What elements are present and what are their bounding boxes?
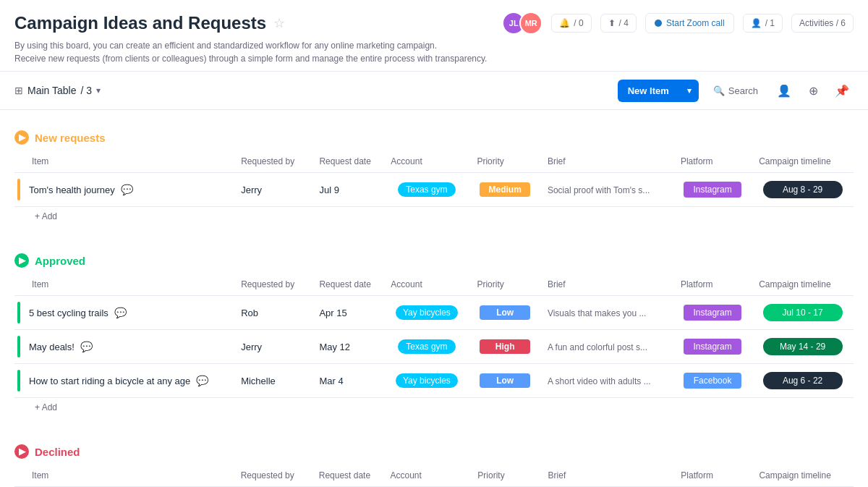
group-collapse-icon-declined[interactable]: ▶ <box>14 444 29 459</box>
cell-account[interactable]: Texas gym <box>383 330 469 364</box>
table-row[interactable]: 5 best cycling trails 💬 Rob Apr 15 Yay b… <box>14 296 854 330</box>
cell-requested-by: Jerry <box>234 173 312 207</box>
cell-platform[interactable]: Instagram <box>673 330 752 364</box>
pin-icon[interactable]: 📌 <box>830 79 854 102</box>
account-tag[interactable]: Yay bicycles <box>396 305 458 320</box>
cell-account[interactable]: Yay bicycles <box>383 364 469 398</box>
group-approved: ▶ Approved Item Requested by Request dat… <box>14 247 854 417</box>
add-row-approved[interactable]: + Add <box>14 398 854 418</box>
cell-brief: Social proof with Tom's s... <box>540 173 673 207</box>
col-header-date-dc: Request date <box>312 465 383 487</box>
zoom-dot-icon <box>655 20 662 27</box>
favorite-icon[interactable]: ☆ <box>273 15 285 31</box>
comment-icon[interactable]: 💬 <box>196 375 208 386</box>
subtitle: By using this board, you can create an e… <box>14 39 854 65</box>
activities-button[interactable]: Activities / 6 <box>791 14 854 33</box>
priority-badge[interactable]: Medium <box>480 182 530 197</box>
timeline-badge[interactable]: May 14 - 29 <box>763 338 843 355</box>
priority-badge[interactable]: Low <box>480 305 530 320</box>
table-row[interactable]: May deals! 💬 Jerry May 12 Texas gym High… <box>14 330 854 364</box>
search-icon: 🔍 <box>713 85 725 96</box>
cell-platform[interactable]: Facebook <box>673 364 752 398</box>
account-tag[interactable]: Texas gym <box>398 182 456 197</box>
invite-button[interactable]: 👤 / 1 <box>743 14 783 33</box>
updates-button[interactable]: ⬆ / 4 <box>600 14 637 33</box>
cell-platform[interactable]: Instagram <box>673 173 752 207</box>
group-header-new-requests[interactable]: ▶ New requests <box>14 124 854 151</box>
toolbar-right: New Item ▾ 🔍 Search 👤 ⊕ 📌 <box>618 79 854 102</box>
col-header-account-dc: Account <box>383 465 471 487</box>
cell-timeline[interactable]: May 14 - 29 <box>752 330 854 364</box>
col-header-platform-nr: Platform <box>673 151 752 173</box>
account-tag[interactable]: Texas gym <box>398 339 456 354</box>
cell-requested-by: Jerry <box>234 330 312 364</box>
page-header: Campaign Ideas and Requests ☆ JL MR 🔔 / … <box>0 0 868 72</box>
cell-priority[interactable]: Low <box>469 296 540 330</box>
table-declined: Item Requested by Request date Account P… <box>14 465 854 487</box>
platform-badge[interactable]: Facebook <box>684 373 741 389</box>
add-row-label[interactable]: + Add <box>14 207 854 226</box>
add-row-new-requests[interactable]: + Add <box>14 207 854 226</box>
group-header-approved[interactable]: ▶ Approved <box>14 247 854 274</box>
notifications-button[interactable]: 🔔 / 0 <box>551 14 591 33</box>
zoom-call-button[interactable]: Start Zoom call <box>645 13 734 33</box>
col-header-platform-dc: Platform <box>673 465 752 487</box>
activity-icon[interactable]: ⊕ <box>801 79 825 102</box>
comment-icon[interactable]: 💬 <box>121 184 133 195</box>
col-header-account-ap: Account <box>383 274 469 296</box>
cell-account[interactable]: Yay bicycles <box>383 296 469 330</box>
cell-priority[interactable]: Low <box>469 364 540 398</box>
col-header-timeline-ap: Campaign timeline <box>752 274 854 296</box>
col-header-timeline-nr: Campaign timeline <box>752 151 854 173</box>
group-title-declined: Declined <box>35 446 80 458</box>
comment-icon[interactable]: 💬 <box>80 341 93 352</box>
header-actions: JL MR 🔔 / 0 ⬆ / 4 Start Zoom call 👤 / 1 … <box>502 12 854 35</box>
group-title-approved: Approved <box>35 255 85 267</box>
priority-badge[interactable]: High <box>480 339 530 354</box>
table-row[interactable]: How to start riding a bicycle at any age… <box>14 364 854 398</box>
cell-priority[interactable]: Medium <box>469 173 540 207</box>
cell-item-name: Tom's health journey 💬 <box>14 173 234 207</box>
subtitle-line2: Receive new requests (from clients or co… <box>14 52 854 65</box>
cell-platform[interactable]: Instagram <box>673 296 752 330</box>
grid-icon: ⊞ <box>14 85 23 96</box>
person-settings-icon[interactable]: 👤 <box>773 79 796 102</box>
group-collapse-icon-new-requests[interactable]: ▶ <box>14 130 29 145</box>
new-item-arrow-icon[interactable]: ▾ <box>680 80 699 101</box>
timeline-badge[interactable]: Jul 10 - 17 <box>763 304 843 321</box>
group-header-declined[interactable]: ▶ Declined <box>14 439 854 465</box>
timeline-badge[interactable]: Aug 8 - 29 <box>763 181 843 198</box>
group-declined: ▶ Declined Item Requested by Request dat… <box>14 439 854 487</box>
avatar-group: JL MR <box>502 12 542 35</box>
cell-request-date: Mar 4 <box>312 364 383 398</box>
platform-badge[interactable]: Instagram <box>684 182 741 198</box>
notifications-count: / 0 <box>574 18 583 28</box>
page-title: Campaign Ideas and Requests <box>14 13 266 33</box>
main-table-selector[interactable]: ⊞ Main Table / 3 ▾ <box>14 85 101 96</box>
col-header-platform-ap: Platform <box>673 274 752 296</box>
table-row[interactable]: Tom's health journey 💬 Jerry Jul 9 Texas… <box>14 173 854 207</box>
cell-timeline[interactable]: Aug 6 - 22 <box>752 364 854 398</box>
row-indicator <box>17 370 20 391</box>
cell-account[interactable]: Texas gym <box>383 173 469 207</box>
cell-priority[interactable]: High <box>469 330 540 364</box>
table-approved: Item Requested by Request date Account P… <box>14 274 854 417</box>
priority-badge[interactable]: Low <box>480 373 530 388</box>
platform-badge[interactable]: Instagram <box>684 305 741 321</box>
platform-badge[interactable]: Instagram <box>684 339 741 355</box>
group-title-new-requests: New requests <box>35 132 106 144</box>
cell-timeline[interactable]: Jul 10 - 17 <box>752 296 854 330</box>
add-row-label[interactable]: + Add <box>14 398 854 418</box>
new-item-button[interactable]: New Item ▾ <box>618 80 699 102</box>
main-content: ▶ New requests Item Requested by Request… <box>0 124 868 487</box>
comment-icon[interactable]: 💬 <box>114 307 127 318</box>
search-button[interactable]: 🔍 Search <box>705 80 767 101</box>
account-tag[interactable]: Yay bicycles <box>396 373 458 388</box>
search-label: Search <box>728 85 758 96</box>
new-item-label: New Item <box>618 80 679 102</box>
cell-timeline[interactable]: Aug 8 - 29 <box>752 173 854 207</box>
group-collapse-icon-approved[interactable]: ▶ <box>14 253 29 268</box>
timeline-badge[interactable]: Aug 6 - 22 <box>763 372 843 389</box>
col-header-timeline-dc: Campaign timeline <box>752 465 854 487</box>
table-count: / 3 <box>80 85 92 96</box>
